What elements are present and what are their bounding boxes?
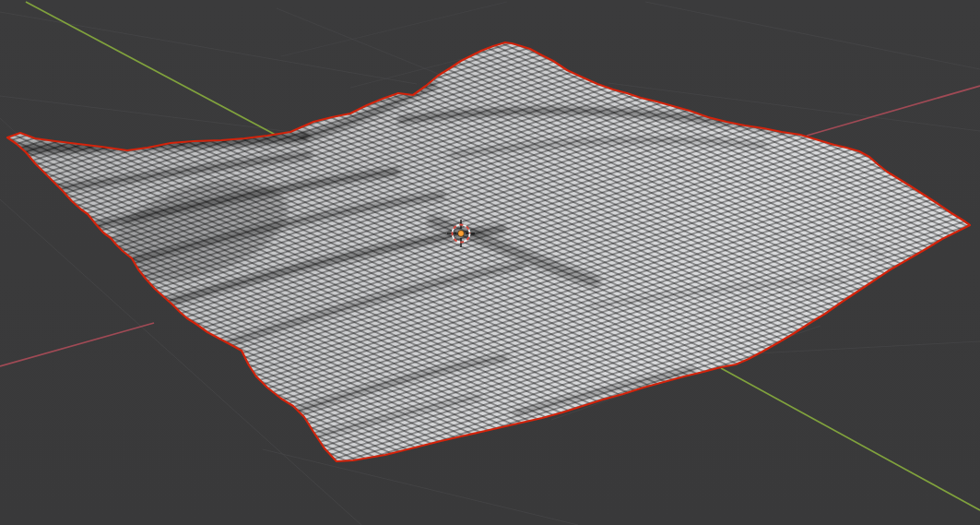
mesh-depth-shading xyxy=(7,42,970,461)
object-origin-dot xyxy=(458,231,465,237)
mesh-wireframe xyxy=(0,28,980,507)
floor-grid-line xyxy=(0,96,292,132)
3d-viewport[interactable] xyxy=(0,0,980,525)
floor-grid-line xyxy=(0,12,417,84)
y-axis-line xyxy=(721,368,980,510)
floor-grid-line xyxy=(645,2,980,69)
y-axis-line xyxy=(26,2,286,140)
terrain-mesh[interactable] xyxy=(0,28,980,507)
floor-grid-line xyxy=(281,2,507,56)
x-axis-line xyxy=(807,86,980,136)
floor-grid-line xyxy=(263,449,578,525)
x-axis-line xyxy=(0,323,154,366)
viewport-canvas[interactable] xyxy=(0,0,980,525)
